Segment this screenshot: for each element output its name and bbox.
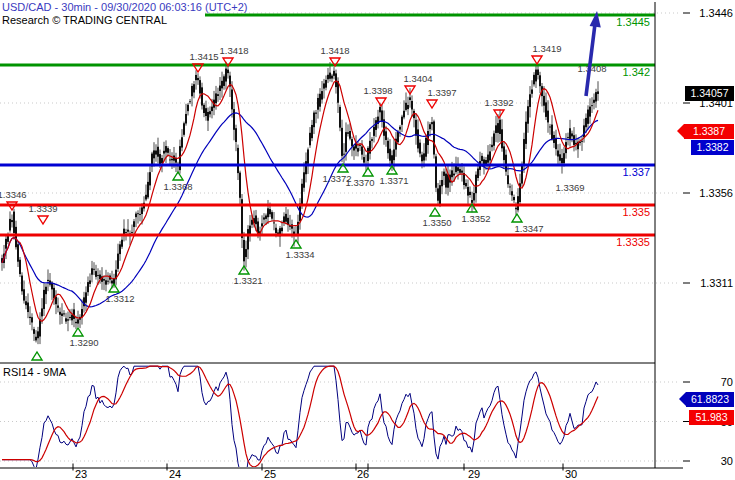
- support-price-badge: 1.3382: [691, 140, 734, 155]
- pivot-price-badge: 1.3387: [684, 124, 734, 139]
- svg-text:1.3418: 1.3418: [320, 45, 349, 56]
- svg-text:1.3446: 1.3446: [699, 7, 733, 19]
- svg-text:26: 26: [357, 468, 369, 480]
- svg-text:1.3346: 1.3346: [0, 189, 27, 200]
- price-note: 1.3369: [555, 182, 584, 193]
- svg-text:70: 70: [721, 376, 733, 388]
- svg-text:1.3368: 1.3368: [163, 181, 192, 192]
- svg-text:1.3290: 1.3290: [69, 337, 98, 348]
- last-price-badge: 1.34057: [685, 86, 734, 101]
- svg-text:25: 25: [264, 468, 276, 480]
- svg-text:30: 30: [721, 455, 733, 467]
- svg-text:1.3370: 1.3370: [345, 177, 374, 188]
- trading-central-chart: 1.34451.3421.3371.3351.33351.34461.34011…: [0, 0, 735, 480]
- rsi-line: [2, 366, 598, 480]
- day-axis: 232425262930: [73, 464, 577, 480]
- svg-text:1.3415: 1.3415: [189, 51, 218, 62]
- swing-markers: 1.33461.33391.34151.34181.34181.33981.34…: [0, 43, 607, 360]
- svg-text:1.3397: 1.3397: [427, 87, 456, 98]
- svg-text:1.337: 1.337: [622, 166, 650, 178]
- svg-text:1.3312: 1.3312: [105, 293, 134, 304]
- svg-text:1.3334: 1.3334: [285, 249, 314, 260]
- rsi-value-badge: 61.8823: [686, 392, 734, 407]
- svg-text:23: 23: [75, 468, 87, 480]
- rsi-indicator-label: RSI14 - 9MA: [3, 366, 66, 378]
- svg-text:1.3347: 1.3347: [514, 223, 543, 234]
- svg-text:1.3335: 1.3335: [616, 236, 650, 248]
- svg-text:1.3419: 1.3419: [532, 43, 561, 54]
- svg-text:1.3339: 1.3339: [28, 203, 57, 214]
- gridlines: [0, 13, 680, 461]
- rsi-ma-value-badge: 51.983: [689, 410, 734, 425]
- forecast-arrow: [586, 11, 601, 96]
- svg-text:1.3321: 1.3321: [233, 275, 262, 286]
- svg-text:1.3392: 1.3392: [484, 97, 513, 108]
- svg-text:1.3356: 1.3356: [699, 187, 733, 199]
- svg-text:1.3398: 1.3398: [363, 85, 392, 96]
- chart-canvas: 1.34451.3421.3371.3351.33351.34461.34011…: [0, 0, 735, 480]
- chart-subtitle: Research © TRADING CENTRAL: [2, 14, 167, 26]
- svg-text:1.3445: 1.3445: [616, 16, 650, 28]
- svg-text:1.3418: 1.3418: [219, 45, 248, 56]
- svg-text:1.3404: 1.3404: [403, 73, 432, 84]
- svg-text:1.3352: 1.3352: [461, 213, 490, 224]
- svg-text:1.335: 1.335: [622, 206, 650, 218]
- svg-text:1.342: 1.342: [622, 66, 650, 78]
- svg-text:1.3371: 1.3371: [379, 175, 408, 186]
- chart-title: USD/CAD - 30min - 09/30/2020 06:03:16 (U…: [2, 1, 247, 13]
- svg-text:29: 29: [468, 468, 480, 480]
- svg-text:1.3350: 1.3350: [422, 217, 451, 228]
- svg-text:30: 30: [565, 468, 577, 480]
- svg-text:24: 24: [169, 468, 181, 480]
- svg-text:1.3311: 1.3311: [700, 277, 733, 289]
- price-note: 1.3408: [577, 63, 606, 74]
